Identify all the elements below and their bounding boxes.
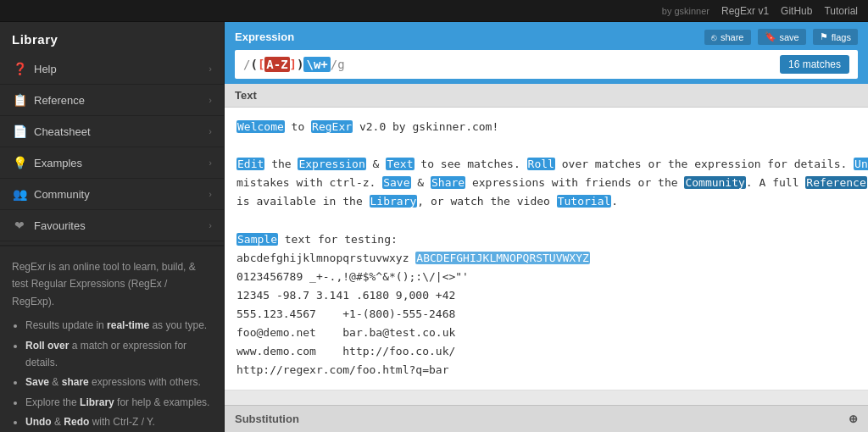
- expression-bar[interactable]: / ( [ A-Z ] ) \w+ / g 16 matches: [235, 50, 858, 79]
- match-sample: Sample: [236, 233, 278, 246]
- regex-close-slash: /: [331, 58, 337, 71]
- sidebar-label-cheatsheet: Cheatsheet: [34, 125, 91, 138]
- sidebar-item-examples[interactable]: 💡 Examples ›: [0, 147, 224, 179]
- text-line-numbers: 12345 -98.7 3.141 .6180 9,000 +42: [236, 286, 856, 305]
- chevron-right-icon: ›: [209, 189, 212, 199]
- bullet-undo: Undo & Redo with Ctrl-Z / Y.: [25, 413, 212, 430]
- substitution-label: Substitution: [235, 413, 299, 425]
- match-expression: Expression: [298, 158, 365, 170]
- favourites-icon: ❤: [12, 219, 27, 232]
- text-content[interactable]: Welcome to RegExr v2.0 by gskinner.com! …: [225, 108, 868, 390]
- match-community: Community: [684, 176, 745, 189]
- community-icon: 👥: [12, 187, 27, 201]
- sidebar-item-cheatsheet[interactable]: 📄 Cheatsheet ›: [0, 116, 224, 147]
- flags-button[interactable]: ⚑ flags: [813, 29, 858, 45]
- text-line-phone: 555.123.4567 +1-(800)-555-2468: [236, 305, 856, 324]
- sidebar-label-help: Help: [34, 63, 57, 75]
- topbar: by gskinner RegExr v1 GitHub Tutorial: [0, 0, 868, 22]
- share-button[interactable]: ⎋ share: [704, 30, 751, 45]
- text-line-2: Edit the Expression & Text to see matche…: [236, 155, 856, 174]
- text-panel: Text Welcome to RegExr v2.0 by gskinner.…: [225, 84, 868, 390]
- sidebar-title: Library: [0, 22, 224, 53]
- match-library: Library: [370, 195, 418, 208]
- substitution-panel: Substitution ⊕: [225, 405, 868, 432]
- text-line-special: 0123456789 _+-.,!@#$%^&*();:\/|<>"': [236, 268, 856, 286]
- text-line-alpha: abcdefghijklmnopqrstuvwxyz ABCDEFGHIJKLM…: [236, 249, 856, 268]
- regex-open-paren: (: [250, 58, 257, 71]
- sidebar-item-help[interactable]: ❓ Help ›: [0, 53, 224, 85]
- text-panel-header: Text: [225, 84, 868, 108]
- expression-content: / ( [ A-Z ] ) \w+ / g: [243, 57, 771, 72]
- topbar-link-regexr-v1[interactable]: RegExr v1: [721, 5, 769, 17]
- match-roll: Roll: [527, 158, 555, 170]
- topbar-link-github[interactable]: GitHub: [781, 5, 812, 17]
- reference-icon: 📋: [12, 93, 27, 107]
- examples-icon: 💡: [12, 156, 27, 169]
- regex-bracket-content: A-Z: [264, 57, 289, 72]
- match-undo: Undo: [854, 158, 868, 170]
- matches-badge: 16 matches: [780, 55, 849, 74]
- topbar-link-tutorial[interactable]: Tutorial: [824, 5, 858, 17]
- sidebar-item-community[interactable]: 👥 Community ›: [0, 179, 224, 210]
- main-layout: Library ❓ Help › 📋 Reference › 📄 Cheatsh…: [0, 22, 868, 432]
- topbar-by: by gskinner: [662, 6, 709, 16]
- expression-header: Expression ⎋ share 🔖 save ⚑ flags: [235, 29, 858, 45]
- text-line-sample: Sample text for testing:: [236, 230, 856, 249]
- substitution-expand-icon[interactable]: ⊕: [849, 413, 858, 425]
- regex-open-slash: /: [243, 58, 250, 71]
- bullet-realtime: Results update in real-time as you type.: [25, 317, 212, 334]
- bullet-rollover: Roll over a match or expression for deta…: [25, 337, 212, 372]
- text-line-url1: www.demo.com http://foo.co.uk/: [236, 342, 856, 361]
- content-area: Expression ⎋ share 🔖 save ⚑ flags: [225, 22, 868, 432]
- sidebar-item-reference[interactable]: 📋 Reference ›: [0, 85, 224, 116]
- text-line-4: is available in the Library, or watch th…: [236, 192, 856, 211]
- regex-flag: g: [337, 58, 344, 71]
- match-text: Text: [386, 158, 414, 170]
- sidebar-label-community: Community: [34, 188, 90, 201]
- help-icon: ❓: [12, 62, 27, 75]
- match-regexr: RegExr: [311, 120, 353, 133]
- chevron-right-icon: ›: [209, 64, 212, 74]
- regex-bracket-close: ]: [290, 58, 297, 71]
- sidebar-bullets: Results update in real-time as you type.…: [12, 317, 212, 432]
- expression-title-label: Expression: [235, 30, 294, 43]
- match-reference: Reference: [805, 176, 866, 189]
- flag-icon: ⚑: [820, 31, 828, 42]
- bullet-save-share: Save & share expressions with others.: [25, 374, 212, 390]
- chevron-right-icon: ›: [209, 126, 212, 136]
- match-save: Save: [382, 176, 410, 189]
- sidebar-label-favourites: Favourites: [34, 219, 86, 232]
- chevron-right-icon: ›: [209, 158, 212, 168]
- sidebar-label-reference: Reference: [34, 94, 85, 107]
- sidebar: Library ❓ Help › 📋 Reference › 📄 Cheatsh…: [0, 22, 225, 432]
- share-icon: ⎋: [711, 32, 717, 42]
- match-edit: Edit: [236, 158, 264, 170]
- regex-quantifier: \w+: [303, 57, 330, 72]
- regex-bracket-open: [: [258, 58, 264, 71]
- match-share: Share: [431, 176, 465, 189]
- cheatsheet-icon: 📄: [12, 125, 27, 138]
- bookmark-icon: 🔖: [765, 31, 776, 42]
- sidebar-label-examples: Examples: [34, 157, 82, 169]
- text-line-3: mistakes with ctrl-z. Save & Share expre…: [236, 174, 856, 192]
- match-upper: ABCDEFGHIJKLMNOPQRSTUVWXYZ: [415, 252, 590, 264]
- save-button[interactable]: 🔖 save: [758, 29, 806, 45]
- expression-panel: Expression ⎋ share 🔖 save ⚑ flags: [225, 22, 868, 84]
- chevron-right-icon: ›: [209, 220, 212, 230]
- chevron-right-icon: ›: [209, 95, 212, 105]
- bullet-library: Explore the Library for help & examples.: [25, 394, 212, 411]
- text-line-blank2: [236, 211, 856, 230]
- text-line-1: Welcome to RegExr v2.0 by gskinner.com!: [236, 118, 856, 136]
- text-line-url2: http://regexr.com/foo.html?q=bar: [236, 361, 856, 379]
- text-line-email: foo@demo.net bar.ba@test.co.uk: [236, 324, 856, 342]
- regex-close-paren: ): [297, 58, 303, 71]
- match-welcome: Welcome: [236, 120, 285, 133]
- expression-actions: ⎋ share 🔖 save ⚑ flags: [704, 29, 858, 45]
- sidebar-description: RegExr is an online tool to learn, build…: [0, 245, 224, 432]
- match-tutorial: Tutorial: [557, 195, 612, 208]
- sidebar-desc-text: RegExr is an online tool to learn, build…: [12, 261, 196, 307]
- sidebar-item-favourites[interactable]: ❤ Favourites ›: [0, 210, 224, 241]
- text-line-blank1: [236, 136, 856, 155]
